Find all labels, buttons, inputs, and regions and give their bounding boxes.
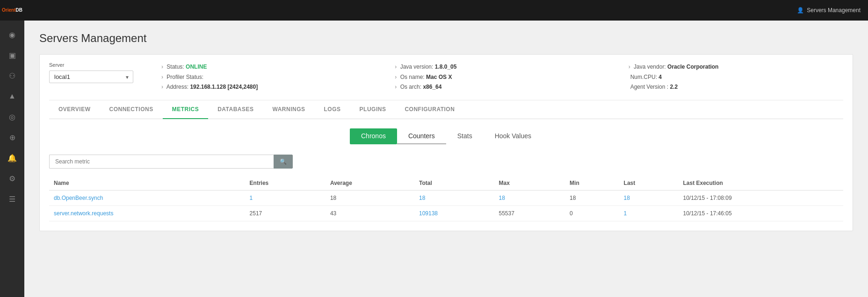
server-meta-col-2: › Java version: 1.8.0_05 › Os name: Mac …: [395, 62, 609, 92]
table-row: server.network.requests 2517 43 109138 5…: [49, 205, 843, 221]
row2-average: 43: [326, 205, 414, 221]
tab-warnings[interactable]: WARNINGS: [263, 100, 315, 119]
address-row: › Address: 192.168.1.128 [2424,2480]: [161, 82, 376, 92]
tab-logs[interactable]: LOGS: [315, 100, 350, 119]
bell-icon[interactable]: 🔔: [0, 148, 24, 168]
row2-total: 109138: [414, 205, 494, 221]
topbar-label: Servers Management: [807, 7, 861, 14]
sub-tabs: Chronos Counters Stats Hook Values: [49, 119, 843, 149]
server-info-top: Server local1 ▼ › Status: ONLINE › Profi…: [49, 62, 843, 100]
server-select[interactable]: local1: [49, 71, 133, 83]
row1-max: 18: [494, 190, 565, 205]
profiler-row: › Profiler Status:: [161, 72, 376, 83]
arrow-icon-6: ›: [395, 84, 397, 90]
row1-average: 18: [326, 190, 414, 205]
server-meta-col-1: › Status: ONLINE › Profiler Status: › Ad…: [161, 62, 376, 92]
topbar: 👤 Servers Management: [24, 0, 868, 21]
settings-icon[interactable]: ⚙: [0, 168, 24, 189]
row1-total: 18: [414, 190, 494, 205]
col-average: Average: [326, 176, 414, 191]
search-input[interactable]: [49, 155, 274, 169]
server-label: Server: [49, 62, 143, 68]
server-label-area: Server local1 ▼: [49, 62, 143, 83]
tab-overview[interactable]: OVERVIEW: [49, 100, 100, 119]
tab-databases[interactable]: DATABASES: [208, 100, 263, 119]
logo[interactable]: OrientDB: [0, 0, 24, 21]
topbar-right: 👤 Servers Management: [797, 7, 861, 14]
row2-name[interactable]: server.network.requests: [49, 205, 245, 221]
table-row: db.OpenBeer.synch 1 18 18 18 18 18 10/12…: [49, 190, 843, 205]
os-arch-label: Os arch:: [400, 84, 421, 90]
page-title: Servers Management: [39, 32, 853, 45]
headset-icon[interactable]: ◎: [0, 106, 24, 127]
database-icon[interactable]: ☰: [0, 189, 24, 209]
sub-tab-stats[interactable]: Stats: [446, 128, 484, 144]
java-vendor-value: Oracle Corporation: [667, 64, 718, 70]
row1-entries: 1: [245, 190, 326, 205]
os-arch-row: › Os arch: x86_64: [395, 82, 609, 92]
num-cpu-value: 4: [658, 74, 662, 80]
tab-configuration[interactable]: CONFIGURATION: [395, 100, 464, 119]
col-min: Min: [565, 176, 619, 191]
tab-connections[interactable]: CONNECTIONS: [100, 100, 162, 119]
row1-last-execution: 10/12/15 - 17:08:09: [679, 190, 844, 205]
main-content: Servers Management Server local1 ▼ › Sta…: [24, 21, 868, 297]
row1-last: 18: [619, 190, 679, 205]
status-value: ONLINE: [186, 64, 207, 70]
sidebar: OrientDB ◉ ▣ ⚇ ▲ ◎ ⊕ 🔔 ⚙ ☰: [0, 0, 24, 297]
arrow-icon-3: ›: [161, 84, 163, 90]
status-label: Status:: [166, 64, 184, 70]
arrow-icon-2: ›: [161, 74, 163, 80]
col-name: Name: [49, 176, 245, 191]
search-area: 🔍: [49, 155, 843, 169]
server-card: Server local1 ▼ › Status: ONLINE › Profi…: [39, 54, 853, 231]
status-row: › Status: ONLINE: [161, 62, 376, 72]
row2-last: 1: [619, 205, 679, 221]
tab-plugins[interactable]: PLUGINS: [350, 100, 396, 119]
server-meta-col-3: › Java vendor: Oracle Corporation Num.CP…: [629, 62, 843, 92]
dashboard-icon[interactable]: ◉: [0, 24, 24, 45]
java-vendor-row: › Java vendor: Oracle Corporation: [629, 62, 843, 72]
search-button[interactable]: 🔍: [274, 155, 293, 169]
os-arch-value: x86_64: [423, 84, 441, 90]
arrow-icon: ›: [161, 64, 163, 70]
arrow-icon-4: ›: [395, 64, 397, 70]
server-select-wrapper: local1 ▼: [49, 71, 133, 83]
num-cpu-row: Num.CPU: 4: [629, 72, 843, 83]
network-icon[interactable]: ⊕: [0, 127, 24, 148]
row1-name[interactable]: db.OpenBeer.synch: [49, 190, 245, 205]
arrow-icon-5: ›: [395, 74, 397, 80]
java-vendor-label: Java vendor:: [634, 64, 666, 70]
col-entries: Entries: [245, 176, 326, 191]
java-version-label: Java version:: [400, 64, 434, 70]
os-name-value: Mac OS X: [426, 74, 452, 80]
agent-version-value: 2.2: [670, 84, 678, 90]
col-last: Last: [619, 176, 679, 191]
row2-max: 55537: [494, 205, 565, 221]
users-icon[interactable]: ⚇: [0, 65, 24, 86]
java-version-value: 1.8.0_05: [435, 64, 457, 70]
server-management-icon: 👤: [797, 7, 804, 14]
agent-version-row: Agent Version : 2.2: [629, 82, 843, 92]
sub-tab-counters[interactable]: Counters: [397, 128, 446, 144]
row2-last-execution: 10/12/15 - 17:46:05: [679, 205, 844, 221]
address-value: 192.168.1.128 [2424,2480]: [190, 84, 258, 90]
col-max: Max: [494, 176, 565, 191]
row2-entries: 2517: [245, 205, 326, 221]
col-last-execution: Last Execution: [679, 176, 844, 191]
row1-min: 18: [565, 190, 619, 205]
monitor-icon[interactable]: ▣: [0, 45, 24, 65]
sub-tab-chronos[interactable]: Chronos: [350, 128, 397, 144]
metrics-table: Name Entries Average Total Max Min Last …: [49, 176, 843, 221]
sub-tab-hook-values[interactable]: Hook Values: [484, 128, 542, 144]
rocket-icon[interactable]: ▲: [0, 86, 24, 106]
col-total: Total: [414, 176, 494, 191]
tab-metrics[interactable]: METRICS: [163, 100, 209, 119]
agent-version-label: Agent Version :: [630, 84, 668, 90]
profiler-label: Profiler Status:: [166, 74, 203, 80]
os-name-row: › Os name: Mac OS X: [395, 72, 609, 83]
arrow-icon-7: ›: [629, 64, 630, 70]
num-cpu-label: Num.CPU:: [630, 74, 657, 80]
address-label: Address:: [166, 84, 188, 90]
tabs-bar: OVERVIEW CONNECTIONS METRICS DATABASES W…: [49, 100, 843, 119]
